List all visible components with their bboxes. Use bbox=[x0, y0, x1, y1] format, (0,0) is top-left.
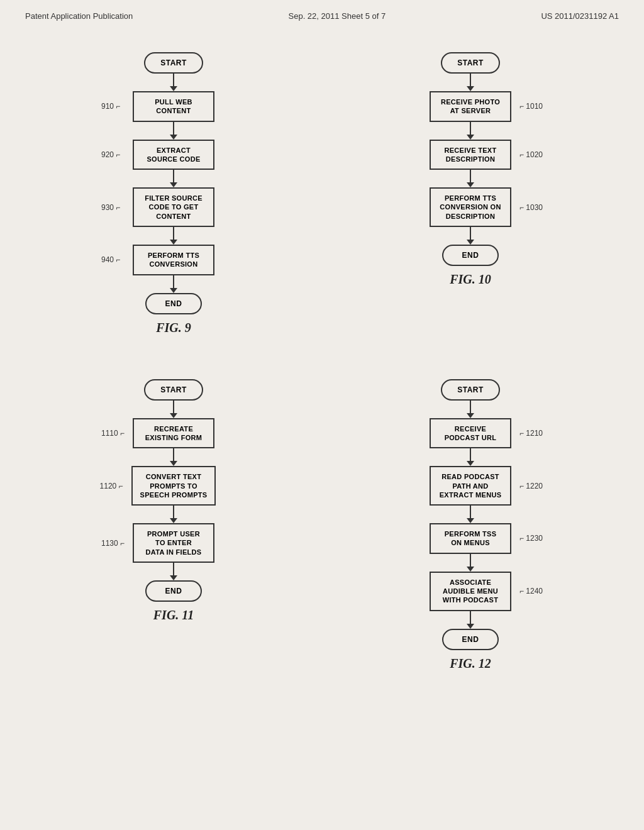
fig12-end-node: END bbox=[442, 629, 499, 650]
fig10-end-node: END bbox=[442, 245, 499, 266]
fig9-step-940-label: 940 ⌐ bbox=[101, 255, 120, 264]
fig12-step-1240-label: ⌐ 1240 bbox=[519, 587, 543, 595]
header-left: Patent Application Publication bbox=[25, 11, 133, 21]
fig9-arrow-3 bbox=[170, 170, 177, 187]
fig12-arrow-2 bbox=[467, 448, 474, 466]
fig12-arrow-3 bbox=[467, 506, 474, 523]
header-right: US 2011/0231192 A1 bbox=[541, 11, 619, 21]
fig10-step-1010-label: ⌐ 1010 bbox=[519, 102, 543, 111]
fig9-node-920: EXTRACTSOURCE CODE bbox=[133, 140, 214, 170]
fig11-node-1110: RECREATEEXISTING FORM bbox=[133, 418, 214, 449]
fig9-start-node: START bbox=[144, 52, 203, 74]
fig12-step-1230-row: PERFORM TSSON MENUS ⌐ 1230 bbox=[430, 523, 511, 554]
fig11-arrow-4 bbox=[170, 563, 177, 580]
fig11-start-node: START bbox=[144, 379, 203, 401]
fig11-label: FIG. 11 bbox=[153, 608, 194, 622]
fig10-node-1010: RECEIVE PHOTOAT SERVER bbox=[430, 91, 511, 122]
fig11-step-1120-row: 1120 ⌐ CONVERT TEXTPROMPTS TOSPEECH PROM… bbox=[131, 466, 216, 506]
fig12-arrow-1 bbox=[467, 401, 474, 418]
fig11-step-1110-row: 1110 ⌐ RECREATEEXISTING FORM bbox=[133, 418, 214, 449]
fig11-arrow-3 bbox=[170, 506, 177, 523]
fig9-node-940: PERFORM TTSCONVERSION bbox=[133, 245, 214, 275]
fig12-wrapper: START RECEIVEPODCAST URL ⌐ 1210 READ POD… bbox=[430, 379, 511, 650]
fig9-label: FIG. 9 bbox=[156, 321, 191, 335]
fig11-step-1120-label: 1120 ⌐ bbox=[100, 482, 123, 490]
fig12-step-1220-label: ⌐ 1220 bbox=[519, 482, 543, 490]
fig11-arrow-1 bbox=[170, 401, 177, 418]
fig9-node-910: PULL WEBCONTENT bbox=[133, 91, 214, 122]
fig12-node-1210: RECEIVEPODCAST URL bbox=[430, 418, 511, 449]
fig12-step-1230-label: ⌐ 1230 bbox=[519, 534, 543, 543]
fig11-end-node: END bbox=[145, 580, 202, 602]
fig12-flowchart: START RECEIVEPODCAST URL ⌐ 1210 READ POD… bbox=[322, 367, 619, 683]
fig9-step-910-label: 910 ⌐ bbox=[101, 102, 120, 111]
fig11-step-1130-row: 1130 ⌐ PROMPT USERTO ENTERDATA IN FIELDS bbox=[133, 523, 214, 563]
fig11-step-1130-label: 1130 ⌐ bbox=[101, 539, 125, 548]
fig10-step-1020-row: RECEIVE TEXTDESCRIPTION ⌐ 1020 bbox=[430, 140, 511, 170]
header-middle: Sep. 22, 2011 Sheet 5 of 7 bbox=[289, 11, 386, 21]
fig12-step-1220-row: READ PODCASTPATH ANDEXTRACT MENUS ⌐ 1220 bbox=[430, 466, 511, 506]
fig10-arrow-3 bbox=[467, 170, 474, 187]
fig10-arrow-1 bbox=[467, 74, 474, 91]
fig9-wrapper: START 910 ⌐ PULL WEBCONTENT 920 ⌐ EXTRAC… bbox=[133, 52, 214, 314]
fig10-step-1010-row: RECEIVE PHOTOAT SERVER ⌐ 1010 bbox=[430, 91, 511, 122]
fig9-step-920-row: 920 ⌐ EXTRACTSOURCE CODE bbox=[133, 140, 214, 170]
fig10-wrapper: START RECEIVE PHOTOAT SERVER ⌐ 1010 RECE… bbox=[430, 52, 511, 266]
fig12-node-1220: READ PODCASTPATH ANDEXTRACT MENUS bbox=[430, 466, 511, 506]
fig12-step-1210-row: RECEIVEPODCAST URL ⌐ 1210 bbox=[430, 418, 511, 449]
fig11-wrapper: START 1110 ⌐ RECREATEEXISTING FORM 1120 … bbox=[131, 379, 216, 602]
fig11-step-1110-label: 1110 ⌐ bbox=[101, 429, 125, 438]
fig9-step-930-label: 930 ⌐ bbox=[101, 203, 120, 212]
fig10-flowchart: START RECEIVE PHOTOAT SERVER ⌐ 1010 RECE… bbox=[322, 40, 619, 348]
fig10-step-1030-row: PERFORM TTSCONVERSION ONDESCRIPTION ⌐ 10… bbox=[430, 187, 511, 227]
fig11-flowchart: START 1110 ⌐ RECREATEEXISTING FORM 1120 … bbox=[25, 367, 322, 683]
fig10-label: FIG. 10 bbox=[450, 272, 491, 287]
fig12-step-1240-row: ASSOCIATEAUDIBLE MENUWITH PODCAST ⌐ 1240 bbox=[430, 572, 511, 611]
fig12-node-1240: ASSOCIATEAUDIBLE MENUWITH PODCAST bbox=[430, 572, 511, 611]
fig9-step-920-label: 920 ⌐ bbox=[101, 150, 120, 159]
fig10-node-1020: RECEIVE TEXTDESCRIPTION bbox=[430, 140, 511, 170]
fig9-arrow-1 bbox=[170, 74, 177, 91]
fig9-end-node: END bbox=[145, 293, 202, 314]
fig12-start-node: START bbox=[441, 379, 500, 401]
fig10-node-1030: PERFORM TTSCONVERSION ONDESCRIPTION bbox=[430, 187, 511, 227]
fig10-arrow-4 bbox=[467, 227, 474, 245]
fig10-step-1020-label: ⌐ 1020 bbox=[519, 150, 543, 159]
fig12-arrow-4 bbox=[467, 554, 474, 572]
fig11-node-1130: PROMPT USERTO ENTERDATA IN FIELDS bbox=[133, 523, 214, 563]
page-header: Patent Application Publication Sep. 22, … bbox=[0, 0, 644, 27]
fig9-step-940-row: 940 ⌐ PERFORM TTSCONVERSION bbox=[133, 245, 214, 275]
fig9-step-930-row: 930 ⌐ FILTER SOURCECODE TO GETCONTENT bbox=[133, 187, 214, 227]
fig9-arrow-2 bbox=[170, 122, 177, 140]
fig12-label: FIG. 12 bbox=[450, 656, 491, 671]
fig10-arrow-2 bbox=[467, 122, 474, 140]
fig9-node-930: FILTER SOURCECODE TO GETCONTENT bbox=[133, 187, 214, 227]
fig9-flowchart: START 910 ⌐ PULL WEBCONTENT 920 ⌐ EXTRAC… bbox=[25, 40, 322, 348]
fig9-arrow-5 bbox=[170, 275, 177, 293]
fig9-step-910-row: 910 ⌐ PULL WEBCONTENT bbox=[133, 91, 214, 122]
fig12-arrow-5 bbox=[467, 611, 474, 629]
fig11-node-1120: CONVERT TEXTPROMPTS TOSPEECH PROMPTS bbox=[131, 466, 216, 506]
fig12-node-1230: PERFORM TSSON MENUS bbox=[430, 523, 511, 554]
fig11-arrow-2 bbox=[170, 448, 177, 466]
fig9-arrow-4 bbox=[170, 227, 177, 245]
main-content: START 910 ⌐ PULL WEBCONTENT 920 ⌐ EXTRAC… bbox=[0, 27, 644, 696]
fig10-step-1030-label: ⌐ 1030 bbox=[519, 203, 543, 212]
fig10-start-node: START bbox=[441, 52, 500, 74]
fig12-step-1210-label: ⌐ 1210 bbox=[519, 429, 543, 438]
